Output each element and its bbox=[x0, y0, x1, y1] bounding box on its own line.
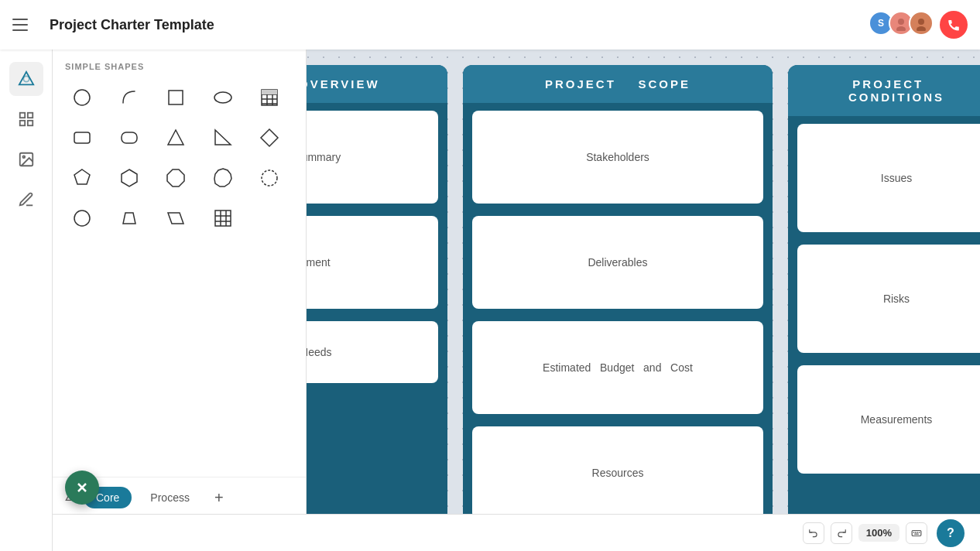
help-button[interactable]: ? bbox=[937, 519, 965, 547]
image-tool-button[interactable] bbox=[9, 142, 43, 176]
bottom-bar: 100% ? bbox=[53, 514, 980, 551]
shapes-category-label: SIMPLE SHAPES bbox=[65, 62, 293, 71]
zoom-controls: 100% bbox=[803, 522, 927, 544]
card-measurements[interactable]: Measurements bbox=[797, 365, 980, 474]
svg-point-16 bbox=[214, 92, 231, 103]
frame-icon bbox=[18, 111, 35, 128]
frame-tool-button[interactable] bbox=[9, 102, 43, 136]
shapes-tool-button[interactable] bbox=[9, 62, 43, 96]
card-resources[interactable]: Resources bbox=[472, 426, 763, 519]
shape-parallelogram[interactable] bbox=[159, 201, 193, 235]
panel-scope: PROJECT SCOPE Stakeholders Deliverables … bbox=[463, 65, 773, 551]
shape-decagon[interactable] bbox=[206, 161, 240, 195]
svg-marker-30 bbox=[122, 169, 137, 187]
card-issues[interactable]: Issues bbox=[797, 124, 980, 232]
svg-rect-47 bbox=[912, 530, 921, 536]
keyboard-button[interactable] bbox=[906, 522, 927, 544]
avatar-3 bbox=[909, 11, 934, 36]
close-fab-icon bbox=[74, 480, 90, 495]
svg-point-7 bbox=[23, 76, 29, 81]
undo-icon bbox=[808, 528, 819, 539]
shapes-icon bbox=[18, 70, 35, 87]
fab-close-button[interactable] bbox=[65, 471, 99, 505]
tab-process[interactable]: Process bbox=[138, 487, 202, 508]
card-risks[interactable]: Risks bbox=[797, 245, 980, 353]
svg-marker-29 bbox=[74, 169, 90, 184]
svg-marker-35 bbox=[123, 213, 135, 224]
shape-trapezoid[interactable] bbox=[112, 201, 146, 235]
shape-rounded-rect-2[interactable] bbox=[112, 121, 146, 155]
svg-rect-37 bbox=[215, 210, 231, 226]
svg-rect-24 bbox=[74, 132, 90, 143]
document-title: Project Charter Template bbox=[50, 17, 214, 33]
avatar-face-1 bbox=[893, 15, 909, 31]
draw-icon bbox=[18, 191, 35, 208]
svg-point-14 bbox=[74, 90, 90, 105]
svg-point-33 bbox=[262, 170, 277, 186]
shape-diamond[interactable] bbox=[252, 121, 286, 155]
undo-button[interactable] bbox=[803, 522, 824, 544]
image-icon bbox=[18, 151, 35, 168]
draw-tool-button[interactable] bbox=[9, 183, 43, 217]
svg-rect-23 bbox=[262, 90, 277, 94]
svg-rect-15 bbox=[169, 91, 183, 104]
svg-rect-10 bbox=[19, 121, 24, 125]
header: Project Charter Template S bbox=[0, 0, 980, 50]
shape-arc[interactable] bbox=[112, 80, 146, 115]
redo-icon bbox=[836, 528, 847, 539]
svg-marker-31 bbox=[167, 169, 184, 187]
shapes-content: SIMPLE SHAPES bbox=[53, 50, 306, 477]
svg-marker-32 bbox=[214, 169, 231, 187]
redo-button[interactable] bbox=[831, 522, 852, 544]
shape-ellipse[interactable] bbox=[206, 80, 240, 115]
shape-rounded-rect[interactable] bbox=[65, 121, 99, 155]
shape-hexagon[interactable] bbox=[112, 161, 146, 195]
shape-triangle[interactable] bbox=[159, 121, 193, 155]
svg-rect-11 bbox=[27, 121, 32, 125]
svg-marker-28 bbox=[261, 129, 278, 146]
svg-point-4 bbox=[918, 19, 924, 25]
left-sidebar bbox=[0, 50, 53, 551]
panel-scope-header: PROJECT SCOPE bbox=[463, 65, 773, 103]
svg-point-13 bbox=[22, 156, 25, 158]
svg-marker-36 bbox=[168, 213, 183, 224]
collaborators: S bbox=[869, 11, 968, 39]
shape-pentagon[interactable] bbox=[65, 161, 99, 195]
panel-conditions-header: PROJECT CONDITIONS bbox=[788, 65, 980, 116]
svg-rect-25 bbox=[122, 132, 137, 143]
svg-point-1 bbox=[898, 19, 904, 25]
svg-marker-27 bbox=[215, 130, 231, 145]
svg-marker-6 bbox=[19, 72, 33, 85]
svg-rect-9 bbox=[27, 113, 32, 118]
call-button[interactable] bbox=[940, 11, 968, 39]
panel-conditions: PROJECT CONDITIONS Issues Risks Measurem… bbox=[788, 65, 980, 551]
avatar-face-2 bbox=[913, 15, 929, 31]
phone-icon bbox=[947, 18, 961, 32]
zoom-level-display: 100% bbox=[858, 524, 899, 542]
shape-circle[interactable] bbox=[65, 80, 99, 115]
tab-add-button[interactable]: + bbox=[208, 487, 230, 508]
card-budget[interactable]: Estimated Budget and Cost bbox=[472, 321, 763, 414]
shape-table[interactable] bbox=[252, 80, 286, 115]
shape-square[interactable] bbox=[159, 80, 193, 115]
svg-rect-8 bbox=[19, 113, 24, 118]
card-stakeholders[interactable]: Stakeholders bbox=[472, 111, 763, 204]
shape-right-triangle[interactable] bbox=[206, 121, 240, 155]
shapes-grid bbox=[65, 80, 293, 235]
svg-point-34 bbox=[74, 210, 90, 226]
card-deliverables[interactable]: Deliverables bbox=[472, 216, 763, 309]
hamburger-menu[interactable] bbox=[12, 12, 37, 37]
shape-oval[interactable] bbox=[65, 201, 99, 235]
svg-marker-26 bbox=[168, 130, 183, 145]
shape-circle-outline[interactable] bbox=[252, 161, 286, 195]
keyboard-icon bbox=[911, 528, 922, 539]
shape-octagon[interactable] bbox=[159, 161, 193, 195]
shape-grid[interactable] bbox=[206, 201, 240, 235]
